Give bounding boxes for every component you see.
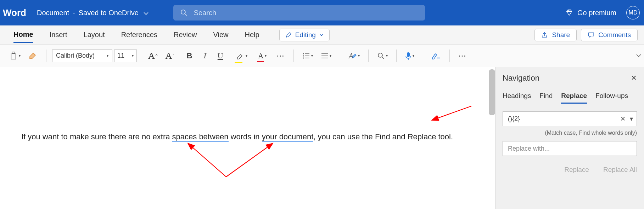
grow-font-button[interactable]: A^ — [145, 49, 160, 63]
bullets-button[interactable]: ▾ — [299, 49, 316, 63]
replace-input[interactable]: Replace with... — [503, 141, 637, 156]
styles-button[interactable]: A ▾ — [346, 49, 363, 63]
shrink-font-button[interactable]: Aˇ — [162, 49, 177, 63]
chevron-down-icon: ▾ — [330, 54, 331, 58]
numbering-button[interactable]: ▾ — [318, 49, 334, 63]
diamond-icon — [565, 9, 573, 17]
user-avatar[interactable]: MD — [626, 6, 640, 19]
chevron-down-icon[interactable] — [144, 9, 149, 17]
toolbar-divider — [340, 50, 340, 62]
grammar-underline[interactable]: spaces between — [172, 132, 229, 142]
microphone-icon — [405, 52, 411, 60]
toolbar-divider — [293, 50, 294, 62]
find-button[interactable]: ▾ — [374, 49, 391, 63]
go-premium-button[interactable]: Go premium — [565, 9, 616, 17]
share-button[interactable]: Share — [534, 29, 577, 41]
search-icon — [377, 52, 385, 60]
close-icon[interactable]: ✕ — [631, 74, 637, 82]
editor-button[interactable] — [429, 49, 444, 63]
editing-mode-label: Editing — [295, 31, 316, 39]
chevron-down-icon: ▾ — [386, 54, 388, 58]
document-area[interactable]: If you want to make sure there are no ex… — [0, 67, 495, 209]
bold-button[interactable]: B — [184, 49, 195, 63]
vertical-scrollbar[interactable] — [489, 69, 495, 115]
toolbar-divider — [396, 50, 397, 62]
chevron-down-icon: ▾ — [358, 54, 360, 58]
tab-view[interactable]: View — [213, 27, 229, 42]
nav-tab-find[interactable]: Find — [539, 92, 553, 104]
toolbar-divider — [449, 50, 450, 62]
tab-references[interactable]: References — [121, 27, 157, 42]
comments-label: Comments — [598, 31, 631, 39]
svg-rect-2 — [11, 53, 16, 59]
chevron-down-icon: ▾ — [311, 54, 313, 58]
save-status: Saved to OneDrive — [79, 9, 139, 17]
replace-button[interactable]: Replace — [564, 166, 589, 174]
avatar-initials: MD — [629, 10, 638, 16]
ribbon-tabs: Home Insert Layout References Review Vie… — [0, 25, 644, 45]
replace-placeholder: Replace with... — [508, 145, 550, 152]
grammar-underline[interactable]: your document — [262, 132, 314, 142]
search-placeholder: Search — [194, 9, 216, 17]
toolbar-divider — [368, 50, 369, 62]
ribbon-toolbar: ▾ Calibri (Body) ▾ 11 ▾ A^ Aˇ B I U ▾ A … — [0, 45, 644, 67]
paste-button[interactable]: ▾ — [6, 49, 23, 63]
doc-text: If you want to make sure there are no ex… — [21, 132, 172, 141]
title-bar: Word Document - Saved to OneDrive Search… — [0, 0, 644, 25]
more-commands-button[interactable]: ⋯ — [455, 49, 470, 63]
tab-review[interactable]: Review — [174, 27, 197, 42]
chevron-down-icon: ▾ — [246, 54, 247, 58]
svg-rect-15 — [407, 52, 410, 57]
pen-icon — [285, 32, 292, 38]
navigation-title: Navigation — [503, 74, 637, 83]
go-premium-label: Go premium — [577, 9, 616, 17]
highlighter-icon — [236, 52, 245, 60]
clear-icon[interactable]: ✕ — [620, 115, 626, 123]
svg-line-1 — [185, 14, 187, 16]
font-size-value: 11 — [117, 52, 124, 59]
share-label: Share — [552, 31, 570, 39]
nav-tab-followups[interactable]: Follow-ups — [595, 92, 628, 104]
workspace: If you want to make sure there are no ex… — [0, 67, 644, 209]
comments-button[interactable]: Comments — [581, 29, 638, 41]
dictate-button[interactable]: ▾ — [402, 49, 417, 63]
chevron-down-icon — [319, 34, 324, 36]
highlight-button[interactable]: ▾ — [233, 49, 250, 63]
italic-button[interactable]: I — [201, 49, 209, 63]
search-icon — [180, 9, 187, 16]
chevron-down-icon: ▾ — [413, 54, 414, 58]
tab-layout[interactable]: Layout — [84, 27, 105, 42]
navigation-tabs: Headings Find Replace Follow-ups — [503, 92, 637, 104]
chevron-down-icon: ▾ — [132, 54, 134, 58]
doc-text: , you can use the Find and Replace tool. — [313, 132, 453, 141]
document-name: Document — [37, 9, 69, 17]
document-title-group[interactable]: Document - Saved to OneDrive — [37, 9, 149, 17]
tab-insert[interactable]: Insert — [50, 27, 67, 42]
title-separator: - — [73, 9, 75, 17]
more-font-options-button[interactable]: ⋯ — [274, 49, 288, 63]
underline-button[interactable]: U — [215, 49, 226, 63]
chevron-down-icon[interactable]: ▾ — [630, 115, 633, 123]
editing-mode-button[interactable]: Editing — [279, 29, 330, 41]
tab-home[interactable]: Home — [13, 27, 33, 43]
toolbar-divider — [423, 50, 423, 62]
replace-all-button[interactable]: Replace All — [603, 166, 637, 174]
share-icon — [541, 32, 548, 38]
collapse-ribbon-button[interactable] — [636, 52, 641, 59]
svg-point-4 — [303, 53, 304, 54]
nav-tab-replace[interactable]: Replace — [561, 92, 587, 104]
format-painter-button[interactable] — [26, 49, 40, 63]
font-family-select[interactable]: Calibri (Body) ▾ — [52, 50, 112, 62]
search-box[interactable]: Search — [173, 5, 425, 21]
chevron-down-icon: ▾ — [107, 54, 108, 58]
doc-text: words in — [229, 132, 262, 141]
tab-help[interactable]: Help — [245, 27, 259, 42]
svg-line-14 — [382, 57, 384, 59]
svg-point-8 — [303, 57, 304, 58]
font-color-button[interactable]: A ▾ — [255, 49, 269, 63]
find-input[interactable]: (){2} ✕ ▾ — [503, 111, 637, 126]
font-size-select[interactable]: 11 ▾ — [114, 50, 137, 62]
document-body[interactable]: If you want to make sure there are no ex… — [0, 67, 485, 143]
editor-icon — [432, 52, 441, 59]
nav-tab-headings[interactable]: Headings — [503, 92, 531, 104]
